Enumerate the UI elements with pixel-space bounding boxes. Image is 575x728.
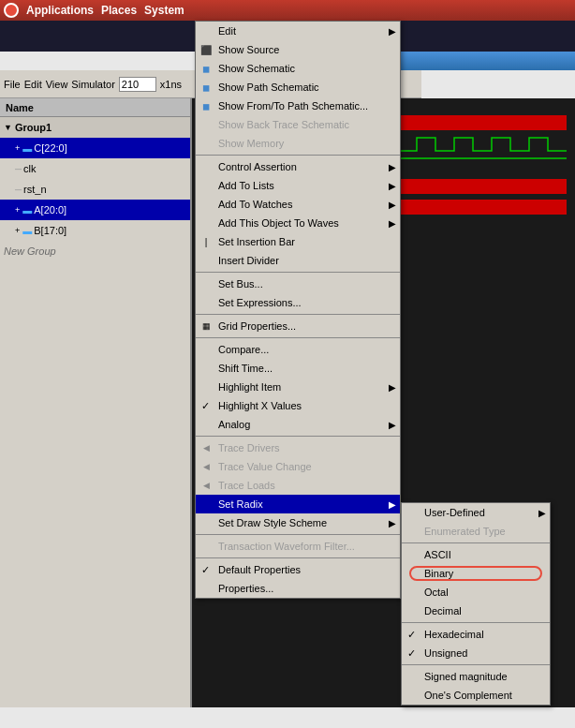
menu-show-schematic[interactable]: ◼ Show Schematic bbox=[196, 59, 400, 78]
menu-set-radix[interactable]: ▶ Set Radix bbox=[196, 495, 400, 513]
menu-show-path-schematic[interactable]: ◼ Show Path Schematic bbox=[196, 78, 400, 97]
submenu-arrow: ▶ bbox=[389, 218, 396, 229]
check-icon: ✓ bbox=[201, 564, 210, 576]
menu-item-label: Set Expressions... bbox=[218, 297, 302, 308]
menu-item-label: Edit bbox=[218, 25, 236, 37]
radix-octal[interactable]: Octal bbox=[402, 583, 550, 602]
menu-item-label: Trace Value Change bbox=[218, 461, 312, 472]
menu-item-label: Insert Divider bbox=[218, 255, 279, 266]
radix-item-label: User-Defined bbox=[424, 507, 485, 518]
signal-label: clk bbox=[23, 163, 36, 174]
menu-analog[interactable]: ▶ Analog bbox=[196, 415, 400, 434]
menu-shift-time[interactable]: Shift Time... bbox=[196, 359, 400, 378]
menu-default-properties[interactable]: ✓ Default Properties bbox=[196, 560, 400, 579]
menu-compare[interactable]: Compare... bbox=[196, 340, 400, 359]
menu-item-label: Properties... bbox=[218, 583, 273, 594]
menu-set-draw-style[interactable]: ▶ Set Draw Style Scheme bbox=[196, 513, 400, 532]
radix-ones-complement[interactable]: One's Complement bbox=[402, 686, 550, 705]
list-item[interactable]: + ▬ A[20:0] bbox=[0, 200, 190, 220]
menu-show-memory: Show Memory bbox=[196, 134, 400, 153]
taskbar-system[interactable]: System bbox=[144, 4, 184, 17]
menu-highlight-x-values[interactable]: ✓ Highlight X Values bbox=[196, 396, 400, 415]
menu-item-label: Add To Watches bbox=[218, 199, 293, 210]
submenu-arrow: ▶ bbox=[538, 508, 546, 518]
menu-item-label: Trace Drivers bbox=[218, 442, 280, 453]
menu-item-label: Show Source bbox=[218, 44, 279, 55]
menu-separator-2 bbox=[196, 272, 400, 273]
path-icon: ◼ bbox=[199, 81, 213, 94]
toolbar-menu-edit[interactable]: Edit bbox=[24, 79, 42, 90]
radix-unsigned[interactable]: ✓ Unsigned bbox=[402, 644, 550, 662]
wire-icon: ─ bbox=[15, 164, 22, 174]
radix-submenu: ▶ User-Defined Enumerated Type ASCII Bin… bbox=[401, 502, 551, 706]
taskbar-logo bbox=[4, 3, 19, 18]
menu-highlight-item[interactable]: ▶ Highlight Item bbox=[196, 378, 400, 396]
menu-insert-divider[interactable]: Insert Divider bbox=[196, 251, 400, 270]
menu-item-label: Highlight Item bbox=[218, 381, 281, 393]
menu-set-insertion-bar[interactable]: | Set Insertion Bar bbox=[196, 232, 400, 251]
toolbar-menu-simulator[interactable]: Simulator bbox=[71, 79, 114, 90]
menu-separator-6 bbox=[196, 534, 400, 535]
menu-add-to-lists[interactable]: ▶ Add To Lists bbox=[196, 176, 400, 195]
taskbar: Applications Places System bbox=[0, 0, 575, 21]
menu-properties[interactable]: Properties... bbox=[196, 579, 400, 598]
menu-edit[interactable]: ▶ Edit bbox=[196, 22, 400, 40]
wire-icon: ─ bbox=[15, 185, 22, 195]
menu-show-source[interactable]: ⬛ Show Source bbox=[196, 40, 400, 59]
menu-set-bus[interactable]: Set Bus... bbox=[196, 275, 400, 293]
radix-hexadecimal[interactable]: ✓ Hexadecimal bbox=[402, 625, 550, 644]
menu-add-to-watches[interactable]: ▶ Add To Watches bbox=[196, 195, 400, 214]
signal-label: C[22:0] bbox=[34, 142, 66, 154]
bus-icon: ▬ bbox=[22, 226, 32, 236]
radix-separator-2 bbox=[402, 622, 550, 623]
context-menu: ▶ Edit ⬛ Show Source ◼ Show Schematic ◼ … bbox=[195, 21, 401, 599]
menu-item-label: Analog bbox=[218, 419, 250, 430]
menu-separator-3 bbox=[196, 314, 400, 315]
list-item[interactable]: ▼ Group1 bbox=[0, 117, 190, 138]
menu-item-label: Default Properties bbox=[218, 564, 301, 575]
menu-control-assertion[interactable]: ▶ Control Assertion bbox=[196, 157, 400, 176]
list-item[interactable]: New Group bbox=[0, 241, 190, 261]
time-input[interactable] bbox=[119, 77, 156, 92]
new-group-label: New Group bbox=[4, 245, 56, 257]
menu-add-to-waves[interactable]: ▶ Add This Object To Waves bbox=[196, 214, 400, 232]
radix-item-label: Hexadecimal bbox=[424, 629, 484, 640]
list-item[interactable]: + ▬ C[22:0] bbox=[0, 138, 190, 158]
radix-item-label: Octal bbox=[424, 587, 449, 598]
menu-item-label: Grid Properties... bbox=[218, 320, 296, 332]
submenu-arrow: ▶ bbox=[389, 382, 396, 393]
menu-set-expressions[interactable]: Set Expressions... bbox=[196, 293, 400, 312]
taskbar-applications[interactable]: Applications bbox=[26, 4, 94, 17]
radix-user-defined[interactable]: ▶ User-Defined bbox=[402, 503, 550, 522]
radix-signed-magnitude[interactable]: Signed magnitude bbox=[402, 667, 550, 686]
list-item[interactable]: ─ clk bbox=[0, 158, 190, 179]
menu-separator-5 bbox=[196, 436, 400, 437]
name-column: Name ▼ Group1 + ▬ C[22:0] ─ clk ─ rst_n … bbox=[0, 98, 192, 707]
radix-item-label: Enumerated Type bbox=[424, 526, 506, 537]
menu-separator-7 bbox=[196, 557, 400, 558]
menu-grid-properties[interactable]: ▦ Grid Properties... bbox=[196, 317, 400, 335]
toolbar-menu-view[interactable]: View bbox=[46, 79, 68, 90]
radix-item-label: Decimal bbox=[424, 605, 462, 617]
radix-ascii[interactable]: ASCII bbox=[402, 545, 550, 564]
menu-show-fromto-schematic[interactable]: ◼ Show From/To Path Schematic... bbox=[196, 97, 400, 115]
list-item[interactable]: + ▬ B[17:0] bbox=[0, 220, 190, 241]
toolbar-menu-file[interactable]: File bbox=[4, 79, 21, 90]
radix-separator-1 bbox=[402, 542, 550, 543]
submenu-arrow: ▶ bbox=[389, 518, 396, 528]
menu-item-label: Control Assertion bbox=[218, 161, 297, 172]
submenu-arrow: ▶ bbox=[389, 26, 396, 37]
trace-icon: ◀ bbox=[199, 441, 213, 454]
expand-icon: + bbox=[15, 143, 20, 153]
submenu-arrow: ▶ bbox=[389, 499, 396, 510]
submenu-arrow: ▶ bbox=[389, 420, 396, 430]
taskbar-places[interactable]: Places bbox=[101, 4, 137, 17]
radix-item-label: Signed magnitude bbox=[424, 671, 508, 682]
check-icon: ✓ bbox=[407, 647, 416, 660]
bus-icon: ▬ bbox=[22, 143, 32, 154]
menu-trace-loads: ◀ Trace Loads bbox=[196, 476, 400, 495]
list-item[interactable]: ─ rst_n bbox=[0, 179, 190, 200]
radix-decimal[interactable]: Decimal bbox=[402, 602, 550, 620]
radix-item-label: One's Complement bbox=[424, 690, 512, 701]
radix-binary[interactable]: Binary bbox=[402, 564, 550, 583]
